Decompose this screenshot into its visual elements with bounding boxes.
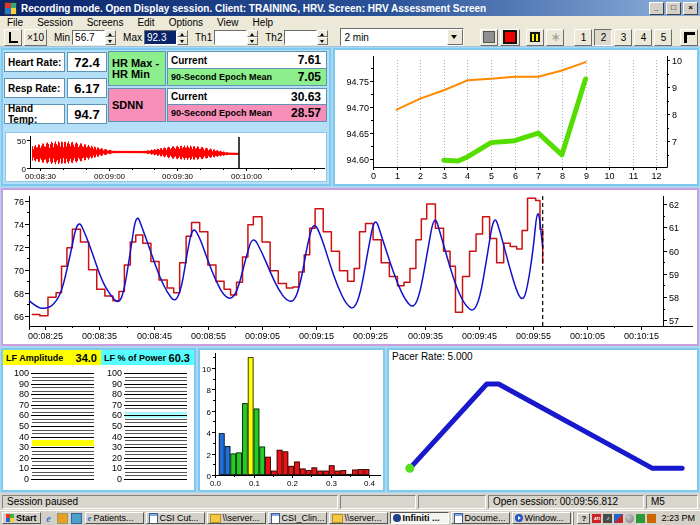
- min-spin-up-icon[interactable]: [105, 30, 116, 38]
- status-session-state: Session paused: [2, 495, 338, 509]
- network-tray-icon[interactable]: [625, 514, 634, 523]
- menu-file[interactable]: File: [0, 17, 30, 28]
- task-server-1[interactable]: \\server...: [207, 512, 266, 524]
- maximize-button[interactable]: □: [666, 2, 681, 15]
- status-bar: Session paused Open session: 00:09:56.81…: [0, 493, 700, 510]
- layout-button[interactable]: [680, 29, 698, 46]
- start-button[interactable]: Start: [2, 512, 41, 524]
- hr-minmax-current-row: Current 7.61: [167, 51, 327, 69]
- task-media-player[interactable]: Window...: [512, 512, 571, 524]
- x10-button[interactable]: ×10: [24, 29, 47, 46]
- layout-icon: [684, 32, 695, 43]
- max-spin-down-icon[interactable]: [177, 37, 188, 45]
- ie-icon: e: [88, 513, 92, 523]
- task-document[interactable]: Docume...: [451, 512, 510, 524]
- volume-tray-icon[interactable]: ♪: [603, 514, 612, 523]
- windows-flag-icon: [6, 514, 14, 522]
- trend-chart-canvas: [335, 50, 697, 184]
- min-spin-arrows: [105, 30, 116, 45]
- pause-marker-button[interactable]: [526, 29, 544, 46]
- screen-5-button[interactable]: 5: [654, 29, 672, 46]
- th1-label: Th1: [195, 32, 212, 43]
- task-server-2[interactable]: \\server...: [329, 512, 388, 524]
- task-label: Docume...: [465, 513, 506, 523]
- window-title: Recording mode. Open Display session. Cl…: [21, 3, 647, 14]
- dropdown-arrow-icon[interactable]: [447, 29, 463, 45]
- display-tray-icon[interactable]: [614, 514, 623, 523]
- lf-amplitude-label: LF Amplitude: [6, 353, 63, 363]
- th1-value-input[interactable]: [214, 30, 247, 45]
- hr-minmax-current-label: Current: [171, 55, 207, 66]
- raw-chart-canvas: [6, 133, 326, 181]
- antivirus-tray-icon[interactable]: [636, 514, 645, 523]
- task-csi-cut[interactable]: CSI Cut...: [146, 512, 205, 524]
- snowflake-button: ∗: [546, 29, 564, 46]
- sync-tray-icon[interactable]: [647, 514, 656, 523]
- quick-launch-ie-icon[interactable]: e: [43, 513, 55, 524]
- lf-power-header: LF % of Power 60.3: [101, 350, 194, 365]
- min-spin-down-icon[interactable]: [105, 37, 116, 45]
- title-bar: Recording mode. Open Display session. Cl…: [0, 0, 700, 16]
- max-value-input[interactable]: 92.3: [144, 30, 177, 45]
- system-tray: ? ATI ♪ 2:23 PM: [573, 512, 698, 525]
- pacer-rate-label: Pacer Rate: 5.000: [392, 351, 473, 362]
- max-spin-arrows: [177, 30, 188, 45]
- start-label: Start: [16, 513, 37, 523]
- task-csi-clin[interactable]: CSI_Clin...: [268, 512, 327, 524]
- folder-icon: [210, 514, 221, 523]
- gray-swatch-button[interactable]: [480, 29, 498, 46]
- quick-launch-desktop-icon[interactable]: [57, 513, 69, 524]
- folder-icon: [332, 514, 343, 523]
- task-label: Window...: [525, 513, 564, 523]
- time-scale-dropdown[interactable]: 2 min: [340, 28, 464, 46]
- scale-mode-button[interactable]: [4, 29, 22, 46]
- time-scale-value: 2 min: [341, 32, 447, 43]
- toolbar: ×10 Min 56.7 Max 92.3 Th1 Th2 2 min ∗ 1 …: [0, 28, 700, 47]
- taskbar-clock: 2:23 PM: [658, 513, 698, 523]
- task-patients[interactable]: ePatients...: [85, 512, 144, 524]
- th2-spin-down-icon[interactable]: [317, 37, 328, 45]
- status-open-session-time: Open session: 00:09:56.812: [488, 495, 644, 509]
- status-segment-3: [418, 495, 486, 509]
- media-player-icon: [515, 514, 523, 522]
- th2-spin-up-icon[interactable]: [317, 30, 328, 38]
- screen-3-button[interactable]: 3: [614, 29, 632, 46]
- quick-launch-mail-icon[interactable]: [71, 513, 83, 524]
- close-button[interactable]: ×: [683, 2, 698, 15]
- screen-1-button[interactable]: 1: [574, 29, 592, 46]
- red-swatch-button[interactable]: [500, 29, 520, 46]
- axis-icon: [9, 32, 18, 43]
- menu-session[interactable]: Session: [30, 17, 80, 28]
- screen-2-button[interactable]: 2: [594, 29, 612, 46]
- ati-tray-icon[interactable]: ATI: [592, 514, 601, 523]
- pause-icon: [530, 32, 540, 42]
- task-label: \\server...: [345, 513, 382, 523]
- record-icon: [503, 30, 517, 44]
- minimize-button[interactable]: _: [649, 2, 664, 15]
- th2-value-input[interactable]: [284, 30, 317, 45]
- max-spin-up-icon[interactable]: [177, 30, 188, 38]
- menu-view[interactable]: View: [210, 17, 246, 28]
- menu-options[interactable]: Options: [162, 17, 210, 28]
- status-segment-2: [340, 495, 416, 509]
- th2-spin-arrows: [317, 30, 328, 45]
- main-chart-canvas: [3, 190, 697, 344]
- heart-rate-value: 72.4: [67, 52, 107, 72]
- help-tray-button[interactable]: ?: [577, 513, 590, 524]
- sdnn-epoch-label: 90-Second Epoch Mean: [171, 108, 272, 118]
- th1-spin-up-icon[interactable]: [247, 30, 258, 38]
- max-label: Max: [123, 32, 142, 43]
- min-value-input[interactable]: 56.7: [72, 30, 105, 45]
- snowflake-icon: ∗: [550, 32, 560, 42]
- document-icon: [271, 513, 280, 524]
- th1-spin-down-icon[interactable]: [247, 37, 258, 45]
- menu-edit[interactable]: Edit: [130, 17, 161, 28]
- raw-signal-chart: [5, 132, 327, 182]
- task-infiniti[interactable]: Infiniti ...: [390, 512, 449, 524]
- screen-4-button[interactable]: 4: [634, 29, 652, 46]
- hr-breathing-chart: [1, 188, 699, 346]
- menu-help[interactable]: Help: [246, 17, 281, 28]
- menu-screens[interactable]: Screens: [80, 17, 131, 28]
- document-icon: [454, 513, 463, 524]
- stats-panel: Heart Rate: 72.4 Resp Rate: 6.17 Hand Te…: [1, 48, 331, 186]
